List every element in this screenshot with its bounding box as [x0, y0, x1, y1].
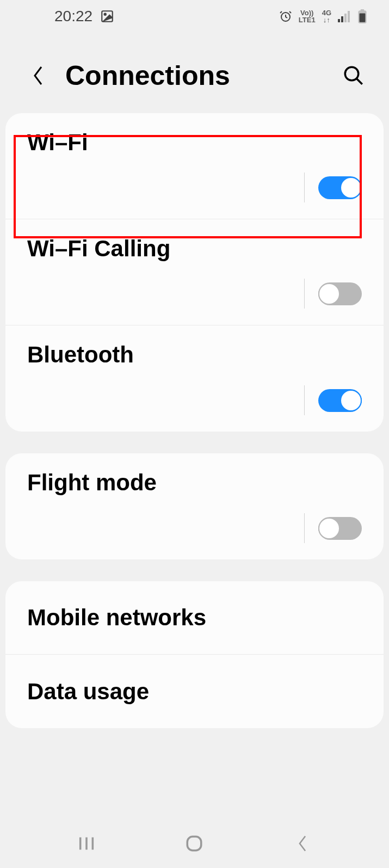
page-title: Connections	[65, 60, 324, 91]
setting-mobile-networks[interactable]: Mobile networks	[5, 581, 384, 655]
navigation-bar	[0, 819, 389, 868]
setting-flight-mode[interactable]: Flight mode	[5, 453, 384, 559]
search-button[interactable]	[340, 62, 367, 89]
card-flight-mode: Flight mode	[5, 453, 384, 559]
toggle-divider	[304, 279, 305, 309]
toggle-knob	[340, 390, 362, 411]
wifi-calling-label: Wi–Fi Calling	[27, 236, 362, 262]
toggle-knob	[318, 518, 340, 539]
data-usage-label: Data usage	[27, 679, 362, 705]
toggle-knob	[340, 177, 362, 199]
status-bar-left: 20:22	[54, 8, 114, 25]
flight-mode-label: Flight mode	[27, 470, 362, 496]
svg-rect-9	[360, 14, 366, 22]
wifi-toggle-area	[27, 173, 362, 202]
wifi-calling-toggle[interactable]	[318, 282, 362, 305]
setting-wifi[interactable]: Wi–Fi	[5, 113, 384, 219]
battery-icon	[357, 9, 367, 23]
alarm-icon	[279, 10, 292, 23]
svg-rect-3	[338, 19, 340, 22]
header: Connections	[0, 33, 389, 113]
svg-point-10	[345, 67, 359, 81]
flight-mode-toggle[interactable]	[318, 517, 362, 540]
bluetooth-toggle[interactable]	[318, 389, 362, 412]
image-icon	[100, 9, 114, 23]
toggle-divider	[304, 173, 305, 202]
svg-point-1	[104, 14, 106, 15]
bluetooth-toggle-area	[27, 385, 362, 415]
card-connectivity: Wi–Fi Wi–Fi Calling Bluetooth	[5, 113, 384, 432]
home-button[interactable]	[181, 830, 208, 857]
toggle-divider	[304, 385, 305, 415]
svg-rect-14	[188, 836, 202, 851]
wifi-label: Wi–Fi	[27, 130, 362, 156]
status-bar-right: Vo)) LTE1 4G ↓↑	[279, 9, 367, 23]
svg-rect-6	[348, 11, 350, 22]
svg-rect-5	[344, 14, 347, 22]
card-network: Mobile networks Data usage	[5, 581, 384, 728]
status-bar: 20:22 Vo)) LTE1 4G ↓↑	[0, 0, 389, 33]
setting-data-usage[interactable]: Data usage	[5, 655, 384, 728]
setting-bluetooth[interactable]: Bluetooth	[5, 325, 384, 432]
toggle-divider	[304, 513, 305, 543]
toggle-knob	[318, 283, 340, 305]
signal-icon	[338, 10, 351, 22]
4g-icon: 4G ↓↑	[322, 9, 331, 23]
back-nav-button[interactable]	[289, 830, 316, 857]
status-time: 20:22	[54, 8, 92, 25]
mobile-networks-label: Mobile networks	[27, 605, 362, 631]
wifi-toggle[interactable]	[318, 176, 362, 199]
recents-button[interactable]	[73, 830, 100, 857]
svg-rect-4	[341, 16, 343, 22]
bluetooth-label: Bluetooth	[27, 342, 362, 368]
wifi-calling-toggle-area	[27, 279, 362, 309]
back-button[interactable]	[27, 65, 49, 87]
volte-icon: Vo)) LTE1	[299, 9, 316, 23]
setting-wifi-calling[interactable]: Wi–Fi Calling	[5, 219, 384, 325]
settings-content: Wi–Fi Wi–Fi Calling Bluetooth	[0, 113, 389, 728]
flight-mode-toggle-area	[27, 513, 362, 543]
